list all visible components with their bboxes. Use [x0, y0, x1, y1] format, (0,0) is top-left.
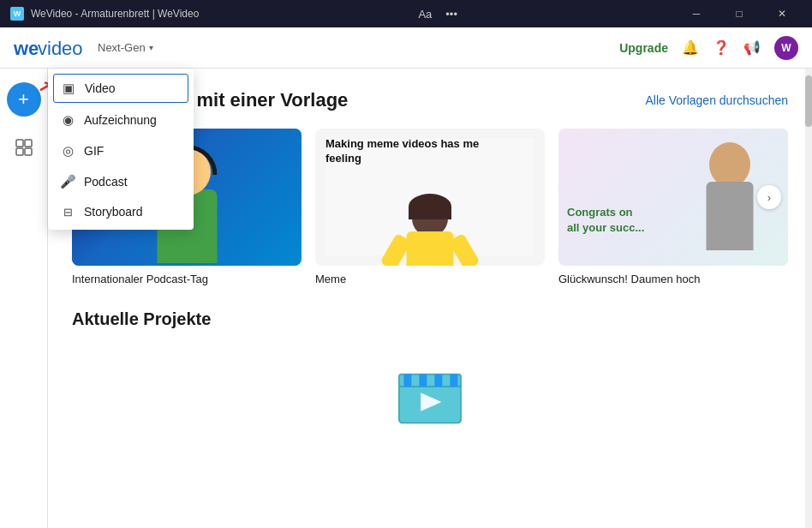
svg-rect-3 [25, 140, 32, 147]
more-icon[interactable]: ••• [445, 8, 457, 21]
next-arrow[interactable]: › [757, 185, 781, 209]
app-header: we video Next-Gen ▾ Upgrade 🔔 ❓ 📢 W [0, 27, 812, 69]
svg-rect-8 [403, 375, 411, 387]
projects-icon[interactable] [10, 134, 38, 161]
scrollbar-thumb[interactable] [805, 75, 812, 127]
dropdown-item-storyboard[interactable]: ⊟ Storyboard [48, 197, 194, 226]
projects-section: Aktuelle Projekte [72, 309, 788, 425]
template-thumb-congrats[interactable]: Congrats onall your succ... › [558, 129, 788, 266]
podcast-menu-icon: 🎤 [60, 174, 75, 189]
svg-rect-2 [16, 140, 23, 147]
title-bar-extras: Aa ••• [418, 8, 457, 21]
dropdown-item-gif-label: GIF [84, 144, 104, 158]
meme-overlay-text: Making meme videos has me feeling [325, 137, 487, 166]
dropdown-item-aufzeichnung[interactable]: ◉ Aufzeichnung [48, 105, 194, 135]
header-right: Upgrade 🔔 ❓ 📢 W [619, 36, 798, 60]
title-bar-left: W WeVideo - Armaturenbrett | WeVideo [10, 7, 199, 21]
projects-title: Aktuelle Projekte [72, 309, 788, 329]
dropdown-menu: ▣ Video ◉ Aufzeichnung ◎ GIF 🎤 Podcast ⊟… [48, 69, 194, 230]
avatar[interactable]: W [774, 36, 798, 60]
maximize-button[interactable]: □ [719, 0, 759, 27]
template-card-congrats: Congrats onall your succ... › Glückwunsc… [558, 129, 788, 285]
template-card-meme: Making meme videos has me feeling [315, 129, 545, 285]
svg-text:we: we [14, 38, 39, 59]
wevideo-logo: we video [14, 36, 91, 60]
gif-menu-icon: ◎ [60, 143, 75, 159]
upgrade-button[interactable]: Upgrade [619, 41, 668, 55]
storyboard-menu-icon: ⊟ [60, 206, 75, 219]
svg-rect-10 [434, 375, 442, 387]
title-bar: W WeVideo - Armaturenbrett | WeVideo Aa … [0, 0, 812, 27]
empty-state [72, 350, 788, 425]
scrollbar-track[interactable] [805, 69, 812, 528]
dropdown-item-gif[interactable]: ◎ GIF [48, 135, 194, 166]
create-button[interactable]: + ➜ [7, 82, 41, 117]
header-left: we video Next-Gen ▾ [14, 36, 153, 60]
nextgen-label: Next-Gen [98, 41, 146, 54]
dropdown-item-storyboard-label: Storyboard [84, 205, 142, 219]
svg-text:video: video [38, 38, 83, 59]
dropdown-item-podcast-label: Podcast [84, 175, 128, 189]
aufzeichnung-menu-icon: ◉ [60, 112, 75, 128]
svg-rect-4 [16, 148, 23, 155]
window-title: WeVideo - Armaturenbrett | WeVideo [31, 8, 199, 20]
translate-icon[interactable]: Aa [418, 8, 432, 21]
logo: we video [14, 36, 91, 60]
template-label-podcast: Internationaler Podcast-Tag [72, 273, 302, 285]
template-thumb-meme[interactable]: Making meme videos has me feeling [315, 129, 545, 266]
svg-rect-11 [450, 375, 457, 387]
sidebar: + ➜ [0, 69, 48, 528]
chevron-down-icon: ▾ [149, 43, 153, 52]
clapperboard-icon [391, 363, 469, 425]
svg-rect-9 [419, 375, 427, 387]
template-label-meme: Meme [315, 273, 545, 285]
congrats-overlay-text: Congrats onall your succ... [567, 205, 644, 236]
dropdown-item-video-label: Video [85, 81, 116, 95]
video-menu-icon: ▣ [61, 81, 76, 96]
browse-templates-link[interactable]: Alle Vorlagen durchsuchen [645, 93, 788, 107]
help-icon[interactable]: ❓ [713, 39, 730, 56]
dropdown-item-aufzeichnung-label: Aufzeichnung [84, 113, 157, 127]
close-button[interactable]: ✕ [762, 0, 802, 27]
template-label-congrats: Glückwunsch! Daumen hoch [558, 273, 788, 285]
bell-icon[interactable]: 🔔 [682, 39, 699, 56]
minimize-button[interactable]: ─ [677, 0, 716, 27]
nextgen-badge[interactable]: Next-Gen ▾ [98, 41, 153, 54]
app-icon: W [10, 7, 24, 21]
dropdown-item-video[interactable]: ▣ Video [53, 74, 188, 103]
megaphone-icon[interactable]: 📢 [743, 39, 761, 56]
title-bar-controls[interactable]: ─ □ ✕ [677, 0, 802, 27]
svg-rect-5 [25, 148, 32, 155]
dropdown-item-podcast[interactable]: 🎤 Podcast [48, 166, 194, 197]
